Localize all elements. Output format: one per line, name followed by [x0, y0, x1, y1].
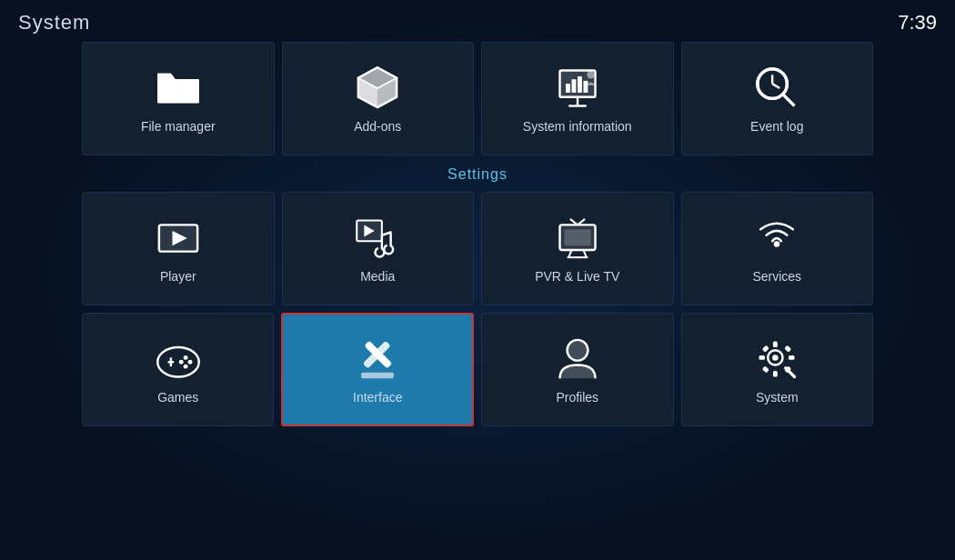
- tile-profiles[interactable]: Profiles: [481, 313, 673, 426]
- svg-rect-45: [361, 372, 394, 378]
- tile-system-information[interactable]: System information: [481, 42, 674, 155]
- svg-rect-34: [564, 229, 590, 245]
- tile-pvr-live-tv-label: PVR & Live TV: [535, 269, 619, 284]
- page-title: System: [18, 11, 90, 35]
- svg-rect-54: [762, 345, 769, 352]
- tile-player-label: Player: [160, 269, 196, 284]
- svg-rect-10: [571, 79, 576, 93]
- gamepad-icon: [155, 335, 202, 383]
- folder-icon: [155, 65, 202, 112]
- tile-interface[interactable]: Interface: [281, 313, 474, 426]
- event-log-icon: [753, 65, 800, 112]
- services-icon: [753, 215, 800, 262]
- tile-interface-label: Interface: [353, 390, 402, 405]
- svg-point-41: [183, 364, 187, 368]
- tile-file-manager[interactable]: File manager: [82, 42, 275, 155]
- tv-icon: [554, 215, 601, 262]
- svg-point-36: [157, 347, 199, 377]
- media-icon: [354, 215, 401, 262]
- system-info-icon: [554, 65, 601, 112]
- svg-rect-9: [566, 84, 570, 93]
- svg-rect-52: [759, 355, 766, 359]
- player-icon: [155, 215, 202, 262]
- svg-rect-11: [578, 76, 582, 93]
- settings-section-label: Settings: [0, 166, 955, 183]
- settings-row-2: Games Interface Profiles: [0, 313, 955, 426]
- svg-point-47: [567, 339, 588, 360]
- tile-event-log[interactable]: Event log: [681, 42, 874, 155]
- tile-games[interactable]: Games: [82, 313, 274, 426]
- header: System 7:39: [0, 0, 955, 42]
- svg-rect-1: [157, 79, 199, 103]
- tile-system-settings[interactable]: System: [681, 313, 873, 426]
- tile-games-label: Games: [157, 390, 198, 405]
- tile-system-settings-label: System: [756, 390, 799, 405]
- tile-player[interactable]: Player: [82, 192, 275, 305]
- clock-display: 7:39: [898, 11, 937, 35]
- tile-profiles-label: Profiles: [556, 390, 598, 405]
- svg-rect-57: [784, 345, 791, 352]
- tile-event-log-label: Event log: [750, 119, 803, 134]
- svg-rect-12: [583, 80, 588, 92]
- tile-file-manager-label: File manager: [141, 119, 216, 134]
- svg-rect-53: [789, 355, 795, 359]
- svg-point-15: [587, 71, 594, 78]
- tile-add-ons[interactable]: Add-ons: [282, 42, 475, 155]
- page-container: System 7:39 File manager: [0, 0, 955, 560]
- tile-services[interactable]: Services: [681, 192, 874, 305]
- tile-media-label: Media: [360, 269, 395, 284]
- svg-rect-56: [762, 365, 769, 373]
- svg-point-40: [187, 359, 192, 364]
- tile-add-ons-label: Add-ons: [354, 119, 401, 134]
- tile-services-label: Services: [752, 269, 801, 284]
- tile-system-information-label: System information: [523, 119, 632, 134]
- top-row: File manager Add-ons: [0, 42, 955, 155]
- svg-line-18: [772, 84, 779, 88]
- tile-pvr-live-tv[interactable]: PVR & Live TV: [481, 192, 674, 305]
- settings-row-1: Player Media: [0, 192, 955, 305]
- svg-point-35: [774, 241, 780, 247]
- svg-line-19: [783, 94, 795, 105]
- addons-icon: [354, 65, 401, 112]
- svg-rect-50: [773, 341, 778, 347]
- profiles-icon: [554, 335, 601, 383]
- svg-point-39: [183, 355, 187, 359]
- svg-point-49: [772, 355, 779, 361]
- interface-icon: [354, 335, 401, 383]
- system-settings-icon: [753, 335, 800, 383]
- svg-point-42: [179, 359, 184, 364]
- svg-rect-51: [773, 371, 778, 377]
- tile-media[interactable]: Media: [282, 192, 475, 305]
